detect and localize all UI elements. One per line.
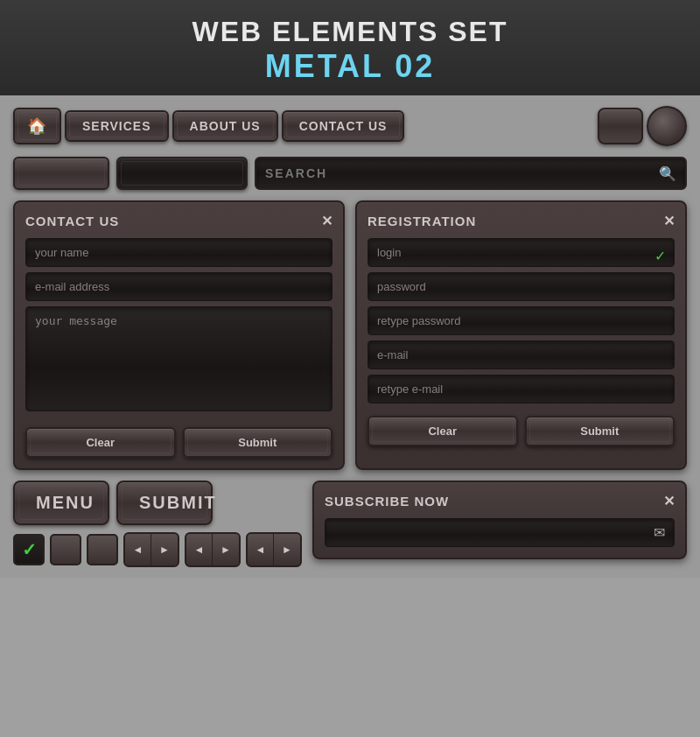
search-icon: 🔍 — [659, 165, 676, 182]
main-content: 🏠 SERVICES ABOUT US CONTACT US 🔍 CONTACT… — [0, 95, 700, 578]
nav-next-button-3[interactable]: ► — [274, 534, 300, 565]
toolbar-row: 🔍 — [13, 157, 687, 190]
small-button-2[interactable] — [116, 157, 248, 190]
subscribe-panel: SUBSCRIBE NOW ✕ ✉ — [312, 481, 687, 559]
panels-row: CONTACT US ✕ Clear Submit REGISTRATION ✕… — [13, 200, 687, 470]
nav-prev-button-3[interactable]: ◄ — [248, 534, 274, 565]
registration-submit-button[interactable]: Submit — [525, 416, 676, 446]
registration-clear-button[interactable]: Clear — [368, 416, 518, 446]
contact-panel-close[interactable]: ✕ — [321, 213, 332, 229]
nav-circle-button[interactable] — [647, 106, 687, 146]
registration-panel: REGISTRATION ✕ ✓ Clear Submit — [355, 200, 687, 470]
nav-square-button[interactable] — [598, 108, 643, 144]
subscribe-panel-header: SUBSCRIBE NOW ✕ — [325, 493, 675, 509]
nav-next-button-1[interactable]: ► — [151, 534, 178, 565]
nav-bar: 🏠 SERVICES ABOUT US CONTACT US — [13, 106, 687, 146]
nav-prev-button-1[interactable]: ◄ — [125, 534, 151, 565]
subscribe-panel-close[interactable]: ✕ — [663, 493, 675, 509]
subscribe-email-icon: ✉ — [654, 524, 665, 541]
registration-panel-title: REGISTRATION — [368, 214, 476, 228]
menu-button[interactable]: MENU — [13, 481, 109, 525]
header: WEB ELEMENTS SET METAL 02 — [0, 0, 700, 95]
contact-email-input[interactable] — [25, 272, 332, 301]
contact-panel-buttons: Clear Submit — [25, 427, 332, 458]
nav-controls-group-3: ◄ ► — [246, 532, 302, 567]
small-button-1[interactable] — [13, 157, 109, 190]
icon-controls-row: ✓ ◄ ► ◄ ► ◄ ► — [13, 532, 302, 567]
registration-password-input[interactable] — [368, 272, 675, 301]
search-container: 🔍 — [255, 157, 687, 190]
nav-contact-button[interactable]: CONTACT US — [282, 110, 405, 142]
subscribe-email-input[interactable] — [334, 526, 654, 539]
contact-submit-button[interactable]: Submit — [183, 427, 333, 458]
registration-panel-buttons: Clear Submit — [368, 416, 675, 446]
search-input[interactable] — [265, 166, 659, 180]
registration-retype-email-input[interactable] — [368, 375, 675, 404]
nav-prev-button-2[interactable]: ◄ — [186, 534, 213, 565]
checkbox-checked[interactable]: ✓ — [13, 534, 45, 565]
registration-login-input[interactable] — [368, 238, 675, 267]
nav-controls-group-2: ◄ ► — [185, 532, 241, 567]
contact-panel: CONTACT US ✕ Clear Submit — [13, 200, 345, 470]
nav-about-button[interactable]: ABOUT US — [172, 110, 278, 142]
registration-panel-header: REGISTRATION ✕ — [368, 213, 675, 229]
contact-message-input[interactable] — [25, 306, 332, 411]
login-field-row: ✓ — [368, 238, 675, 272]
subscribe-panel-title: SUBSCRIBE NOW — [325, 494, 449, 509]
login-check-icon: ✓ — [654, 247, 666, 263]
header-title-line2: METAL 02 — [9, 48, 691, 85]
nav-next-button-2[interactable]: ► — [213, 534, 239, 565]
square-button-2[interactable] — [87, 534, 118, 565]
nav-services-button[interactable]: SERVICES — [65, 110, 169, 142]
registration-email-input[interactable] — [368, 340, 675, 369]
contact-panel-title: CONTACT US — [25, 214, 119, 228]
nav-home-button[interactable]: 🏠 — [13, 108, 61, 144]
nav-controls-group-1: ◄ ► — [123, 532, 179, 567]
square-button-1[interactable] — [50, 534, 81, 565]
bottom-row: MENU SUBMIT ✓ ◄ ► ◄ ► ◄ ► — [13, 481, 687, 567]
submit-button[interactable]: SUBMIT — [116, 481, 213, 525]
subscribe-input-row: ✉ — [325, 518, 675, 547]
header-title-line1: WEB ELEMENTS SET — [9, 16, 691, 48]
contact-name-input[interactable] — [25, 238, 332, 267]
checkmark-icon: ✓ — [22, 539, 37, 560]
contact-panel-header: CONTACT US ✕ — [25, 213, 332, 229]
big-buttons-row: MENU SUBMIT — [13, 481, 302, 525]
registration-panel-close[interactable]: ✕ — [663, 213, 675, 229]
bottom-left: MENU SUBMIT ✓ ◄ ► ◄ ► ◄ ► — [13, 481, 302, 567]
registration-retype-password-input[interactable] — [368, 306, 675, 335]
contact-clear-button[interactable]: Clear — [25, 427, 176, 458]
